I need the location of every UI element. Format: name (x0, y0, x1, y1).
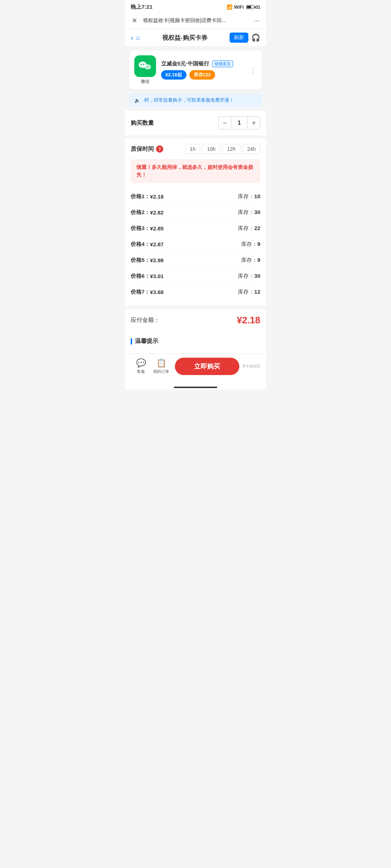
price-value-5: ¥2.98 (150, 257, 164, 263)
stock-label-2: 库存：30 (229, 209, 260, 216)
warranty-row: 质保时间 ? 1h 10h 12h 24h (131, 144, 260, 154)
stock-label-3: 库存：22 (229, 225, 260, 232)
price-row-7[interactable]: 价格7： ¥3.68 库存：12 (131, 284, 260, 300)
price-value-4: ¥2.87 (150, 241, 164, 247)
close-button[interactable]: ✕ (129, 16, 139, 26)
quantity-controls: − 1 + (218, 116, 260, 129)
warranty-label-wrap: 质保时间 ? (131, 145, 163, 153)
warranty-section: 质保时间 ? 1h 10h 12h 24h 慎重！多久能用掉，就选多久，超时使用… (125, 138, 266, 306)
warranty-24h[interactable]: 24h (243, 144, 260, 154)
total-amount: ¥2.18 (237, 315, 260, 326)
total-row: 应付金额： ¥2.18 (125, 309, 266, 332)
app-name-label: 微信 (141, 78, 150, 85)
service-icon: 💬 (136, 358, 146, 368)
orders-button[interactable]: 📋 我的订单 (151, 358, 171, 374)
price-label-2: 价格2： (131, 209, 150, 216)
wechat-icon (137, 58, 153, 74)
quantity-label: 购买数量 (131, 119, 154, 127)
product-logo (134, 55, 156, 77)
back-button[interactable]: ‹ (131, 34, 133, 42)
price-label-1: 价格1： (131, 193, 150, 200)
price-row-5[interactable]: 价格5： ¥2.98 库存：9 (131, 252, 260, 268)
price-value-1: ¥2.18 (150, 193, 164, 200)
stock-label-6: 库存：30 (229, 273, 260, 280)
service-button[interactable]: 💬 客服 (131, 358, 151, 374)
price-value-3: ¥2.85 (150, 225, 164, 231)
home-bar (174, 387, 217, 388)
price-label-3: 价格3： (131, 225, 150, 232)
price-value-7: ¥3.68 (150, 289, 164, 295)
buy-button[interactable]: 立即购买 (175, 358, 239, 375)
price-row-2[interactable]: 价格2： ¥2.82 库存：30 (131, 205, 260, 221)
orders-icon: 📋 (156, 358, 166, 368)
decrease-button[interactable]: − (218, 116, 231, 129)
total-label: 应付金额： (131, 316, 160, 324)
orders-label: 我的订单 (153, 369, 169, 374)
warranty-options: 1h 10h 12h 24h (185, 144, 260, 154)
signal-icon: 📶 (227, 4, 232, 10)
headset-icon[interactable]: 🎧 (251, 33, 260, 42)
price-row-6[interactable]: 价格6： ¥3.01 库存：30 (131, 268, 260, 284)
warranty-1h[interactable]: 1h (185, 144, 200, 154)
product-name-row: 立减金5元·中国银行 链接直兑 (161, 60, 244, 67)
price-value-6: ¥3.01 (150, 273, 164, 279)
svg-point-1 (140, 64, 142, 65)
price-label-4: 价格4： (131, 241, 150, 248)
service-label: 客服 (137, 369, 145, 374)
price-badge: ¥2.18起 (161, 70, 186, 80)
app-header: ‹ ⌂ 视权益-购买卡券 刷新 🎧 (125, 29, 266, 47)
stock-label-5: 库存：9 (232, 257, 260, 264)
stock-label-7: 库存：12 (229, 289, 260, 295)
price-row-1[interactable]: 价格1： ¥2.18 库存：10 (131, 189, 260, 205)
price-row-4[interactable]: 价格4： ¥2.87 库存：9 (131, 237, 260, 252)
battery-level: 31 (256, 5, 260, 10)
warranty-12h[interactable]: 12h (222, 144, 240, 154)
price-label-5: 价格5： (131, 257, 150, 264)
product-logo-wrap: 微信 (134, 55, 156, 85)
svg-point-5 (148, 67, 149, 68)
price-label-7: 价格7： (131, 289, 150, 295)
page-title: 视权益-购买卡券 (143, 34, 227, 42)
svg-point-2 (143, 64, 144, 65)
wifi-icon: WiFi (234, 4, 244, 10)
increase-button[interactable]: + (247, 116, 260, 129)
warning-text: 慎重！多久能用掉，就选多久，超时使用会有资金损失！ (136, 163, 255, 179)
product-info: 立减金5元·中国银行 链接直兑 ¥2.18起 库存122 (161, 60, 244, 80)
refresh-button[interactable]: 刷新 (230, 33, 248, 43)
battery-icon (246, 5, 254, 9)
browser-title: 视权益收卡|视频卡密回收|话费卡回... (143, 17, 248, 24)
product-tag: 链接直兑 (212, 60, 233, 67)
warranty-10h[interactable]: 10h (202, 144, 220, 154)
bottom-bar: 💬 客服 📋 我的订单 立即购买 孚卡农社区 (125, 354, 266, 384)
quantity-section: 购买数量 − 1 + (125, 111, 266, 135)
stock-badge: 库存122 (189, 70, 215, 80)
price-label-6: 价格6： (131, 273, 150, 280)
stock-label-4: 库存：9 (232, 241, 260, 248)
stock-label-1: 库存：10 (229, 193, 260, 200)
price-row-3[interactable]: 价格3： ¥2.85 库存：22 (131, 221, 260, 237)
warm-tips-label: 温馨提示 (135, 337, 158, 345)
price-list: 价格1： ¥2.18 库存：10 价格2： ¥2.82 库存：30 价格3： ¥… (131, 189, 260, 300)
svg-point-4 (146, 67, 147, 68)
help-icon[interactable]: ? (156, 145, 163, 153)
card-more-icon[interactable]: ⋮ (249, 66, 257, 75)
product-card: 微信 立减金5元·中国银行 链接直兑 ¥2.18起 库存122 ⋮ (129, 50, 262, 90)
browser-bar: ✕ 视权益收卡|视频卡密回收|话费卡回... ··· (125, 13, 266, 29)
quantity-row: 购买数量 − 1 + (131, 116, 260, 129)
warning-box: 慎重！多久能用掉，就选多久，超时使用会有资金损失！ (131, 159, 260, 183)
more-button[interactable]: ··· (252, 16, 262, 26)
notice-speaker-icon: 🔈 (134, 98, 140, 103)
notice-bar: 🔈 .时，经常批量购卡，可联系客服免费开通！ (129, 93, 262, 107)
notice-text: .时，经常批量购卡，可联系客服免费开通！ (143, 97, 234, 103)
home-indicator (125, 384, 266, 390)
status-icons: 📶 WiFi 31 (227, 4, 260, 10)
product-name: 立减金5元·中国银行 (161, 60, 209, 67)
status-time: 晚上7:21 (131, 4, 152, 10)
warm-tips-section: 温馨提示 (125, 332, 266, 354)
product-price-row: ¥2.18起 库存122 (161, 70, 244, 80)
status-bar: 晚上7:21 📶 WiFi 31 (125, 0, 266, 13)
warm-tips-bar-icon (131, 338, 132, 345)
home-button[interactable]: ⌂ (136, 34, 140, 42)
brand-label: 孚卡农社区 (242, 364, 260, 369)
quantity-value: 1 (231, 116, 247, 129)
